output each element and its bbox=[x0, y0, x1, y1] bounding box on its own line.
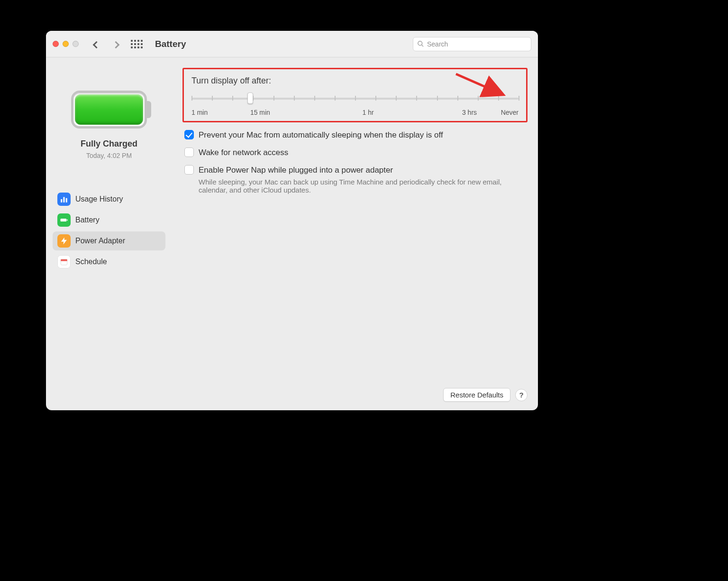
option-wake-network[interactable]: Wake for network access bbox=[184, 148, 528, 158]
svg-marker-7 bbox=[61, 238, 67, 245]
show-all-icon[interactable] bbox=[131, 40, 143, 48]
preferences-window: Battery Fully Charged Today, 4:02 PM bbox=[46, 31, 538, 410]
sidebar-list: Usage History Battery Power Adapter bbox=[51, 190, 167, 271]
checkbox[interactable] bbox=[184, 148, 194, 157]
battery-status-title: Fully Charged bbox=[81, 139, 137, 149]
sidebar-item-label: Power Adapter bbox=[75, 237, 125, 245]
search-input[interactable] bbox=[427, 40, 527, 48]
chevron-left-icon bbox=[93, 41, 100, 48]
display-sleep-slider[interactable] bbox=[191, 94, 519, 103]
sidebar-item-usage-history[interactable]: Usage History bbox=[53, 190, 165, 209]
battery-icon bbox=[71, 91, 147, 129]
svg-rect-5 bbox=[61, 219, 67, 221]
sidebar-item-schedule[interactable]: Schedule bbox=[53, 252, 165, 271]
slider-labels: 1 min 15 min 1 hr 3 hrs Never bbox=[191, 109, 519, 118]
slider-label: Never bbox=[501, 109, 519, 116]
slider-label: 15 min bbox=[250, 109, 270, 116]
option-label: Enable Power Nap while plugged into a po… bbox=[199, 165, 502, 176]
search-icon bbox=[417, 40, 424, 47]
option-description: While sleeping, your Mac can back up usi… bbox=[199, 178, 502, 194]
power-adapter-icon bbox=[57, 234, 71, 248]
window-title: Battery bbox=[155, 39, 186, 49]
svg-rect-3 bbox=[64, 197, 65, 203]
option-prevent-sleep[interactable]: Prevent your Mac from automatically slee… bbox=[184, 130, 528, 141]
sidebar-item-battery[interactable]: Battery bbox=[53, 211, 165, 230]
checkbox[interactable] bbox=[184, 165, 194, 175]
main-content: Turn display off after: 1 min 15 min 1 h… bbox=[172, 57, 538, 410]
back-button[interactable] bbox=[94, 38, 99, 50]
footer: Restore Defaults ? bbox=[182, 383, 528, 402]
search-field[interactable] bbox=[413, 37, 531, 51]
options-list: Prevent your Mac from automatically slee… bbox=[182, 130, 528, 194]
battery-small-icon bbox=[57, 213, 71, 227]
svg-rect-4 bbox=[66, 198, 67, 203]
svg-point-0 bbox=[418, 41, 422, 46]
slider-title: Turn display off after: bbox=[191, 76, 519, 86]
minimize-window-button[interactable] bbox=[63, 41, 69, 47]
forward-button[interactable] bbox=[113, 38, 118, 50]
window-controls bbox=[53, 41, 79, 47]
battery-status-time: Today, 4:02 PM bbox=[86, 152, 132, 159]
checkbox[interactable] bbox=[184, 130, 194, 139]
restore-defaults-button[interactable]: Restore Defaults bbox=[443, 388, 510, 402]
svg-rect-6 bbox=[67, 220, 68, 221]
svg-rect-2 bbox=[61, 199, 62, 203]
sidebar-item-label: Battery bbox=[75, 216, 100, 224]
svg-line-1 bbox=[421, 45, 423, 46]
sidebar-item-power-adapter[interactable]: Power Adapter bbox=[53, 231, 165, 250]
svg-rect-9 bbox=[61, 259, 67, 261]
option-label: Prevent your Mac from automatically slee… bbox=[199, 130, 443, 141]
slider-ticks bbox=[191, 96, 519, 101]
sidebar-item-label: Usage History bbox=[75, 195, 123, 203]
slider-label: 1 hr bbox=[363, 109, 374, 116]
option-power-nap[interactable]: Enable Power Nap while plugged into a po… bbox=[184, 165, 528, 194]
sidebar-item-label: Schedule bbox=[75, 258, 107, 266]
nav-controls bbox=[94, 38, 118, 50]
battery-status: Fully Charged Today, 4:02 PM bbox=[51, 76, 167, 159]
slider-label: 1 min bbox=[191, 109, 208, 116]
help-button[interactable]: ? bbox=[515, 389, 528, 401]
display-sleep-slider-region: Turn display off after: 1 min 15 min 1 h… bbox=[182, 68, 528, 122]
schedule-icon bbox=[57, 255, 71, 268]
slider-label: 3 hrs bbox=[462, 109, 477, 116]
chevron-right-icon bbox=[112, 41, 120, 48]
sidebar: Fully Charged Today, 4:02 PM Usage Histo… bbox=[46, 57, 172, 410]
slider-thumb[interactable] bbox=[247, 92, 253, 104]
zoom-window-button[interactable] bbox=[73, 41, 79, 47]
option-label: Wake for network access bbox=[199, 148, 288, 158]
titlebar: Battery bbox=[46, 31, 538, 57]
usage-history-icon bbox=[57, 193, 71, 206]
close-window-button[interactable] bbox=[53, 41, 59, 47]
